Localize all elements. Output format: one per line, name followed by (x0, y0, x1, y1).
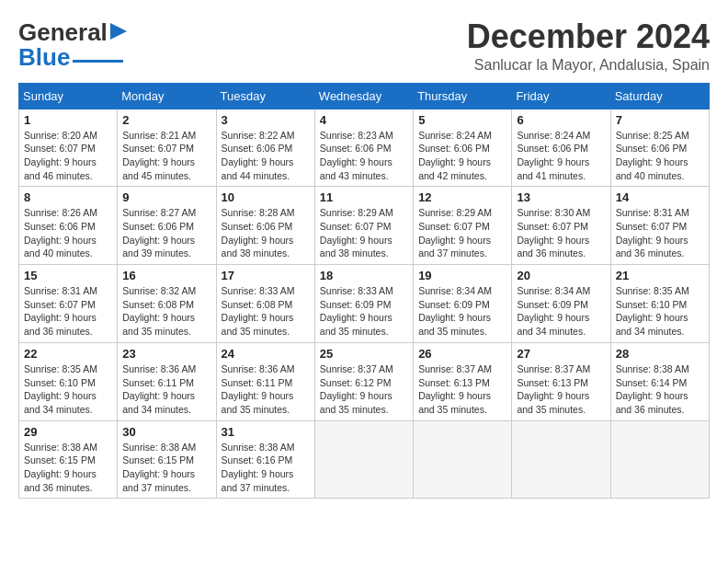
day-info: Sunrise: 8:36 AMSunset: 6:11 PMDaylight:… (222, 362, 310, 417)
calendar-cell: 7Sunrise: 8:25 AMSunset: 6:06 PMDaylight… (610, 109, 709, 187)
logo: General Blue (18, 18, 127, 72)
calendar-cell: 28Sunrise: 8:38 AMSunset: 6:14 PMDayligh… (610, 342, 709, 420)
day-number: 4 (320, 113, 408, 127)
day-info: Sunrise: 8:22 AMSunset: 6:06 PMDaylight:… (222, 129, 310, 183)
day-number: 17 (222, 269, 310, 282)
day-info: Sunrise: 8:29 AMSunset: 6:07 PMDaylight:… (320, 206, 408, 260)
day-info: Sunrise: 8:35 AMSunset: 6:10 PMDaylight:… (616, 284, 704, 339)
day-number: 21 (616, 269, 704, 282)
day-number: 13 (517, 190, 605, 204)
day-number: 1 (24, 113, 112, 127)
day-number: 7 (616, 113, 704, 127)
day-info: Sunrise: 8:21 AMSunset: 6:07 PMDaylight:… (122, 129, 210, 183)
calendar-week-2: 8Sunrise: 8:26 AMSunset: 6:06 PMDaylight… (19, 187, 710, 265)
page-header: General Blue December 2024 Sanlucar la M… (18, 18, 710, 74)
day-info: Sunrise: 8:37 AMSunset: 6:13 PMDaylight:… (517, 362, 605, 417)
calendar-cell: 22Sunrise: 8:35 AMSunset: 6:10 PMDayligh… (19, 342, 118, 420)
weekday-header-sunday: Sunday (19, 83, 118, 109)
calendar-cell: 12Sunrise: 8:29 AMSunset: 6:07 PMDayligh… (414, 187, 512, 265)
weekday-header-monday: Monday (118, 83, 216, 109)
calendar-cell (314, 420, 413, 499)
calendar-cell: 10Sunrise: 8:28 AMSunset: 6:06 PMDayligh… (216, 187, 314, 265)
day-number: 11 (320, 190, 408, 204)
day-number: 24 (222, 347, 310, 361)
day-number: 20 (517, 269, 605, 282)
day-info: Sunrise: 8:31 AMSunset: 6:07 PMDaylight:… (616, 206, 704, 260)
calendar-cell: 6Sunrise: 8:24 AMSunset: 6:06 PMDaylight… (512, 109, 610, 187)
calendar-cell: 23Sunrise: 8:36 AMSunset: 6:11 PMDayligh… (118, 342, 216, 420)
calendar-week-3: 15Sunrise: 8:31 AMSunset: 6:07 PMDayligh… (19, 265, 710, 343)
day-info: Sunrise: 8:28 AMSunset: 6:06 PMDaylight:… (222, 206, 310, 260)
day-number: 6 (517, 113, 605, 127)
day-number: 14 (616, 190, 704, 204)
day-info: Sunrise: 8:30 AMSunset: 6:07 PMDaylight:… (517, 206, 605, 260)
calendar-cell: 27Sunrise: 8:37 AMSunset: 6:13 PMDayligh… (512, 342, 610, 420)
day-info: Sunrise: 8:20 AMSunset: 6:07 PMDaylight:… (24, 129, 112, 183)
calendar-cell: 30Sunrise: 8:38 AMSunset: 6:15 PMDayligh… (118, 420, 216, 499)
day-number: 30 (122, 425, 210, 439)
day-number: 25 (320, 347, 408, 361)
weekday-header-friday: Friday (512, 83, 610, 109)
day-info: Sunrise: 8:24 AMSunset: 6:06 PMDaylight:… (517, 129, 605, 183)
day-number: 22 (24, 347, 112, 361)
calendar-cell: 18Sunrise: 8:33 AMSunset: 6:09 PMDayligh… (314, 265, 413, 343)
day-info: Sunrise: 8:27 AMSunset: 6:06 PMDaylight:… (122, 206, 210, 260)
day-number: 23 (122, 347, 210, 361)
day-info: Sunrise: 8:35 AMSunset: 6:10 PMDaylight:… (24, 362, 112, 417)
weekday-header-wednesday: Wednesday (314, 83, 413, 109)
calendar-cell: 26Sunrise: 8:37 AMSunset: 6:13 PMDayligh… (414, 342, 512, 420)
day-number: 5 (418, 113, 506, 127)
calendar-cell: 15Sunrise: 8:31 AMSunset: 6:07 PMDayligh… (19, 265, 118, 343)
calendar-cell: 14Sunrise: 8:31 AMSunset: 6:07 PMDayligh… (610, 187, 709, 265)
calendar-cell: 2Sunrise: 8:21 AMSunset: 6:07 PMDaylight… (118, 109, 216, 187)
day-number: 12 (418, 190, 506, 204)
day-number: 16 (122, 269, 210, 282)
day-info: Sunrise: 8:33 AMSunset: 6:09 PMDaylight:… (320, 284, 408, 339)
calendar-cell: 5Sunrise: 8:24 AMSunset: 6:06 PMDaylight… (414, 109, 512, 187)
day-info: Sunrise: 8:38 AMSunset: 6:15 PMDaylight:… (122, 441, 210, 495)
calendar-cell: 21Sunrise: 8:35 AMSunset: 6:10 PMDayligh… (610, 265, 709, 343)
day-number: 28 (616, 347, 704, 361)
logo-underline (73, 60, 123, 63)
day-info: Sunrise: 8:24 AMSunset: 6:06 PMDaylight:… (418, 129, 506, 183)
day-info: Sunrise: 8:34 AMSunset: 6:09 PMDaylight:… (418, 284, 506, 339)
calendar-cell: 20Sunrise: 8:34 AMSunset: 6:09 PMDayligh… (512, 265, 610, 343)
day-number: 9 (122, 190, 210, 204)
calendar-cell: 13Sunrise: 8:30 AMSunset: 6:07 PMDayligh… (512, 187, 610, 265)
weekday-header-thursday: Thursday (414, 83, 512, 109)
calendar-cell: 1Sunrise: 8:20 AMSunset: 6:07 PMDaylight… (19, 109, 118, 187)
day-number: 19 (418, 269, 506, 282)
calendar-cell: 31Sunrise: 8:38 AMSunset: 6:16 PMDayligh… (216, 420, 314, 499)
day-info: Sunrise: 8:37 AMSunset: 6:13 PMDaylight:… (418, 362, 506, 417)
calendar-cell: 9Sunrise: 8:27 AMSunset: 6:06 PMDaylight… (118, 187, 216, 265)
day-number: 31 (222, 425, 310, 439)
location-subtitle: Sanlucar la Mayor, Andalusia, Spain (467, 57, 710, 74)
day-number: 10 (222, 190, 310, 204)
calendar-header-row: SundayMondayTuesdayWednesdayThursdayFrid… (19, 83, 710, 109)
day-info: Sunrise: 8:38 AMSunset: 6:15 PMDaylight:… (24, 441, 112, 495)
calendar-cell: 11Sunrise: 8:29 AMSunset: 6:07 PMDayligh… (314, 187, 413, 265)
day-info: Sunrise: 8:32 AMSunset: 6:08 PMDaylight:… (122, 284, 210, 339)
day-info: Sunrise: 8:26 AMSunset: 6:06 PMDaylight:… (24, 206, 112, 260)
day-info: Sunrise: 8:31 AMSunset: 6:07 PMDaylight:… (24, 284, 112, 339)
svg-marker-0 (110, 23, 127, 40)
calendar-week-4: 22Sunrise: 8:35 AMSunset: 6:10 PMDayligh… (19, 342, 710, 420)
calendar-cell: 29Sunrise: 8:38 AMSunset: 6:15 PMDayligh… (19, 420, 118, 499)
calendar-cell (512, 420, 610, 499)
calendar-cell: 19Sunrise: 8:34 AMSunset: 6:09 PMDayligh… (414, 265, 512, 343)
logo-text-blue: Blue (18, 43, 70, 72)
weekday-header-tuesday: Tuesday (216, 83, 314, 109)
title-section: December 2024 Sanlucar la Mayor, Andalus… (467, 18, 710, 74)
day-number: 29 (24, 425, 112, 439)
calendar-cell: 25Sunrise: 8:37 AMSunset: 6:12 PMDayligh… (314, 342, 413, 420)
calendar-cell: 16Sunrise: 8:32 AMSunset: 6:08 PMDayligh… (118, 265, 216, 343)
day-number: 3 (222, 113, 310, 127)
calendar-cell (414, 420, 512, 499)
day-number: 18 (320, 269, 408, 282)
calendar-cell: 24Sunrise: 8:36 AMSunset: 6:11 PMDayligh… (216, 342, 314, 420)
day-info: Sunrise: 8:38 AMSunset: 6:14 PMDaylight:… (616, 362, 704, 417)
day-info: Sunrise: 8:25 AMSunset: 6:06 PMDaylight:… (616, 129, 704, 183)
logo-arrow-icon (110, 23, 127, 43)
calendar-cell: 17Sunrise: 8:33 AMSunset: 6:08 PMDayligh… (216, 265, 314, 343)
calendar-week-1: 1Sunrise: 8:20 AMSunset: 6:07 PMDaylight… (19, 109, 710, 187)
